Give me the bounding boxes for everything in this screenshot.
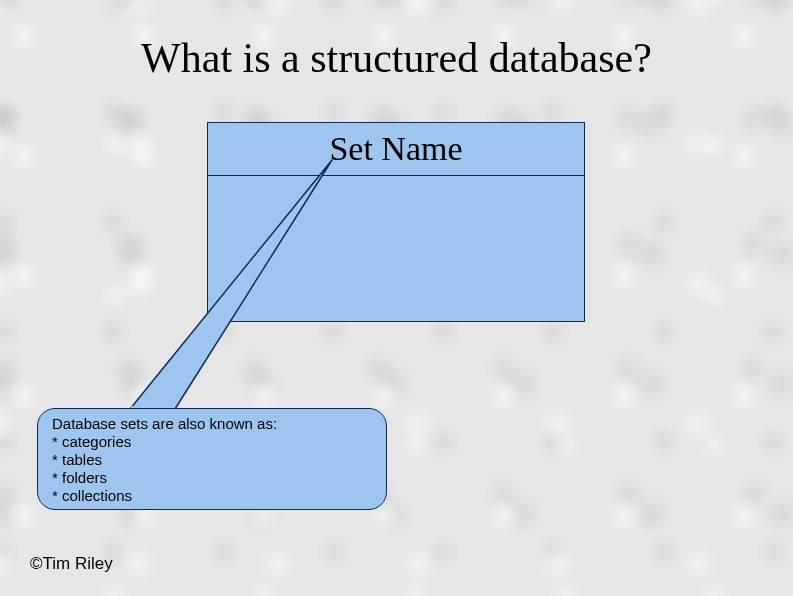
credit-line: ©Tim Riley (30, 554, 113, 574)
callout-item: * tables (52, 451, 372, 469)
callout-item: * collections (52, 487, 372, 505)
callout-intro: Database sets are also known as: (52, 415, 372, 433)
callout-item: * categories (52, 433, 372, 451)
slide-title: What is a structured database? (0, 34, 793, 82)
callout-item-label: tables (62, 451, 102, 468)
callout-item-label: folders (62, 469, 107, 486)
callout-item-label: categories (62, 433, 131, 450)
callout-item-label: collections (62, 487, 132, 504)
set-box: Set Name (207, 122, 585, 322)
callout-box: Database sets are also known as: * categ… (37, 408, 387, 510)
callout-item: * folders (52, 469, 372, 487)
set-box-header: Set Name (208, 123, 584, 176)
